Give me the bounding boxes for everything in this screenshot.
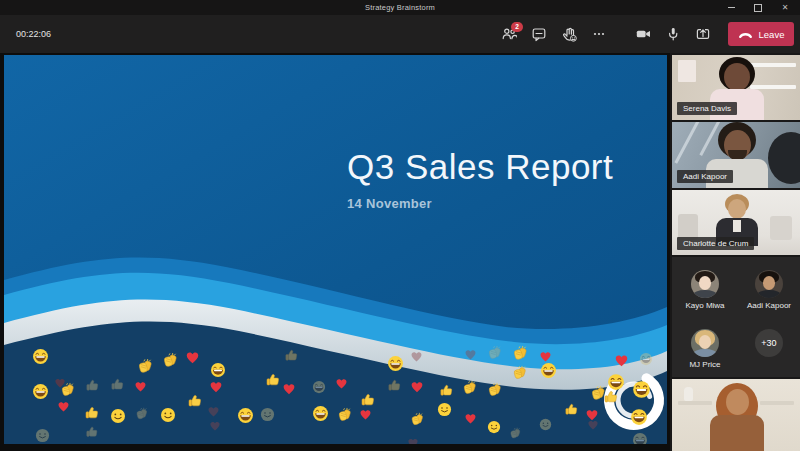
share-screen-icon [695, 26, 711, 42]
overflow-participants-bubble[interactable]: +30 [755, 329, 783, 357]
shared-content-stage: Q3 Sales Report 14 November [0, 53, 670, 451]
avatar-name-label: Kayo Miwa [673, 301, 737, 310]
more-button[interactable] [586, 21, 612, 47]
participants-badge: 2 [511, 22, 523, 32]
slide-wave-background [4, 55, 667, 444]
participant-name-label: Charlotte de Crum [677, 237, 754, 250]
overflow-count: +30 [761, 338, 776, 348]
close-button[interactable]: ✕ [780, 3, 790, 13]
meeting-toolbar: 00:22:06 2 [0, 15, 800, 53]
share-screen-button[interactable] [690, 21, 716, 47]
avatar-name-label: Aadi Kapoor [737, 301, 800, 310]
hangup-icon [738, 30, 753, 39]
video-tile-charlotte-de-crum[interactable]: Charlotte de Crum [672, 190, 800, 255]
slide-title: Q3 Sales Report [347, 147, 613, 187]
titlebar: Strategy Brainstorm ✕ [0, 0, 800, 15]
microphone-button[interactable] [660, 21, 686, 47]
chat-button[interactable] [526, 21, 552, 47]
minimize-button[interactable] [726, 3, 736, 13]
leave-button[interactable]: Leave [728, 22, 794, 46]
video-feed [672, 379, 800, 451]
reactions-button[interactable] [556, 21, 582, 47]
video-tile-serena-davis[interactable]: Serena Davis [672, 55, 800, 120]
avatar-kayo-miwa[interactable] [691, 270, 719, 298]
participant-rail: Serena Davis Aadi Kapoor [670, 53, 800, 451]
audio-participants-panel: Kayo Miwa Aadi Kapoor MJ Price +30 [672, 257, 800, 377]
window-title: Strategy Brainstorm [0, 0, 800, 15]
reactions-icon [561, 26, 577, 42]
participant-name-label: Aadi Kapoor [677, 170, 733, 183]
video-tile-aadi-kapoor[interactable]: Aadi Kapoor [672, 122, 800, 188]
participants-button[interactable]: 2 [496, 21, 522, 47]
participant-name-label: Serena Davis [677, 102, 737, 115]
microphone-icon [665, 26, 681, 42]
camera-button[interactable] [630, 21, 656, 47]
more-icon [591, 26, 607, 42]
avatar-aadi-kapoor[interactable] [755, 270, 783, 298]
leave-label: Leave [759, 29, 785, 40]
chat-icon [531, 26, 547, 42]
teams-meeting-window: Strategy Brainstorm ✕ 00:22:06 2 [0, 0, 800, 451]
avatar-mj-price[interactable] [691, 329, 719, 357]
self-video-tile[interactable] [672, 379, 800, 451]
meeting-timer: 00:22:06 [16, 15, 51, 53]
avatar-name-label: MJ Price [673, 360, 737, 369]
slide-subtitle: 14 November [347, 196, 613, 211]
presentation-slide[interactable]: Q3 Sales Report 14 November [4, 55, 667, 444]
maximize-button[interactable] [753, 3, 763, 13]
camera-icon [635, 26, 652, 42]
